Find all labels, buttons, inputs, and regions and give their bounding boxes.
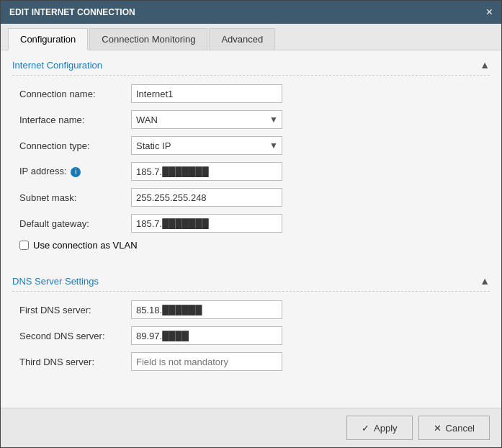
use-vlan-label[interactable]: Use connection as VLAN — [33, 240, 138, 251]
default-gateway-row: Default gateway: — [12, 214, 490, 233]
close-button[interactable]: × — [486, 6, 493, 18]
cancel-icon: ✕ — [434, 423, 442, 434]
cancel-button[interactable]: ✕ Cancel — [418, 416, 490, 440]
third-dns-row: Third DNS server: — [12, 352, 490, 371]
subnet-mask-label: Subnet mask: — [19, 192, 131, 203]
dns-settings-section: DNS Server Settings ▲ First DNS server: … — [1, 266, 501, 387]
dns-settings-collapse-icon[interactable]: ▲ — [480, 275, 490, 287]
dns-settings-header: DNS Server Settings ▲ — [12, 275, 490, 292]
connection-name-label: Connection name: — [19, 89, 131, 99]
first-dns-row: First DNS server: — [12, 300, 490, 319]
connection-name-row: Connection name: — [12, 84, 490, 103]
internet-config-header: Internet Configuration ▲ — [12, 59, 490, 76]
internet-config-title: Internet Configuration — [12, 60, 102, 71]
connection-type-select[interactable]: Static IP DHCP PPPoE — [131, 136, 282, 155]
dialog-titlebar: EDIT INTERNET CONNECTION × — [1, 1, 501, 24]
use-vlan-checkbox[interactable] — [19, 241, 29, 250]
second-dns-label: Second DNS server: — [19, 331, 131, 341]
interface-name-label: Interface name: — [19, 115, 131, 125]
connection-type-row: Connection type: Static IP DHCP PPPoE ▼ — [12, 136, 490, 155]
interface-name-select-wrapper: WAN LAN ▼ — [131, 110, 282, 129]
second-dns-input[interactable] — [131, 326, 282, 345]
dns-settings-title: DNS Server Settings — [12, 276, 99, 287]
interface-name-select[interactable]: WAN LAN — [131, 110, 282, 129]
tab-advanced[interactable]: Advanced — [209, 28, 275, 50]
apply-label: Apply — [374, 423, 398, 434]
default-gateway-input[interactable] — [131, 214, 282, 233]
connection-type-label: Connection type: — [19, 140, 131, 151]
third-dns-label: Third DNS server: — [19, 357, 131, 367]
internet-config-collapse-icon[interactable]: ▲ — [480, 59, 490, 71]
tab-bar: Configuration Connection Monitoring Adva… — [1, 24, 501, 50]
subnet-mask-input[interactable] — [131, 188, 282, 207]
ip-address-label: IP address: i — [19, 166, 131, 177]
first-dns-label: First DNS server: — [19, 305, 131, 315]
connection-name-input[interactable] — [131, 84, 282, 103]
dialog-body: Internet Configuration ▲ Connection name… — [1, 50, 501, 408]
first-dns-input[interactable] — [131, 300, 282, 319]
interface-name-row: Interface name: WAN LAN ▼ — [12, 110, 490, 129]
ip-address-info-icon[interactable]: i — [71, 167, 81, 177]
third-dns-input[interactable] — [131, 352, 282, 371]
internet-configuration-section: Internet Configuration ▲ Connection name… — [1, 50, 501, 266]
ip-address-row: IP address: i — [12, 162, 490, 181]
connection-type-select-wrapper: Static IP DHCP PPPoE ▼ — [131, 136, 282, 155]
tab-connection-monitoring[interactable]: Connection Monitoring — [89, 28, 207, 50]
edit-internet-connection-dialog: EDIT INTERNET CONNECTION × Configuration… — [0, 0, 502, 448]
apply-button[interactable]: ✓ Apply — [346, 416, 413, 440]
use-vlan-row: Use connection as VLAN — [12, 240, 490, 251]
second-dns-row: Second DNS server: — [12, 326, 490, 345]
dialog-title: EDIT INTERNET CONNECTION — [9, 7, 135, 17]
dialog-footer: ✓ Apply ✕ Cancel — [1, 408, 501, 447]
subnet-mask-row: Subnet mask: — [12, 188, 490, 207]
apply-icon: ✓ — [362, 423, 369, 434]
cancel-label: Cancel — [446, 423, 475, 434]
default-gateway-label: Default gateway: — [19, 218, 131, 229]
ip-address-input[interactable] — [131, 162, 282, 181]
tab-configuration[interactable]: Configuration — [8, 28, 88, 50]
